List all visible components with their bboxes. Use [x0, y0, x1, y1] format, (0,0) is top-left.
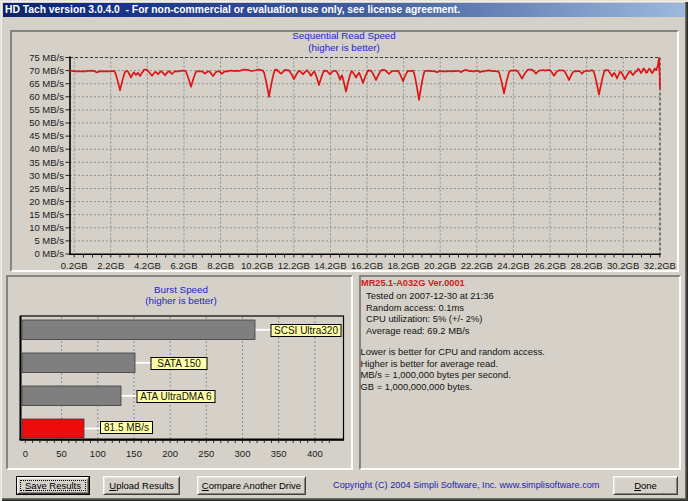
svg-text:16.2GB: 16.2GB	[351, 260, 383, 271]
svg-text:30.2GB: 30.2GB	[607, 260, 639, 271]
svg-text:8.2GB: 8.2GB	[207, 260, 234, 271]
svg-text:0.2GB: 0.2GB	[61, 260, 88, 271]
svg-text:75 MB/s: 75 MB/s	[29, 52, 64, 63]
svg-text:300: 300	[235, 448, 251, 459]
svg-text:100: 100	[90, 448, 106, 459]
svg-text:150: 150	[126, 448, 142, 459]
svg-text:65 MB/s: 65 MB/s	[29, 78, 64, 89]
svg-text:25 MB/s: 25 MB/s	[29, 183, 64, 194]
svg-text:26.2GB: 26.2GB	[534, 260, 566, 271]
svg-text:45 MB/s: 45 MB/s	[29, 130, 64, 141]
svg-text:28.2GB: 28.2GB	[570, 260, 602, 271]
svg-text:200: 200	[162, 448, 178, 459]
svg-text:15 MB/s: 15 MB/s	[29, 209, 64, 220]
svg-text:2.2GB: 2.2GB	[97, 260, 124, 271]
svg-text:ATA UltraDMA 6: ATA UltraDMA 6	[140, 391, 212, 402]
svg-text:60 MB/s: 60 MB/s	[29, 91, 64, 102]
svg-text:6.2GB: 6.2GB	[171, 260, 198, 271]
svg-text:81.5 MB/s: 81.5 MB/s	[104, 422, 149, 433]
svg-text:32.2GB: 32.2GB	[644, 260, 676, 271]
svg-text:(higher is better): (higher is better)	[308, 42, 379, 53]
svg-text:SATA 150: SATA 150	[157, 358, 201, 369]
svg-text:70 MB/s: 70 MB/s	[29, 65, 64, 76]
svg-text:SCSI Ultra320: SCSI Ultra320	[274, 325, 338, 336]
svg-text:50: 50	[56, 448, 67, 459]
svg-text:22.2GB: 22.2GB	[461, 260, 493, 271]
svg-text:250: 250	[198, 448, 214, 459]
svg-text:35 MB/s: 35 MB/s	[29, 157, 64, 168]
svg-text:(higher is better): (higher is better)	[145, 295, 216, 306]
svg-text:5 MB/s: 5 MB/s	[34, 235, 64, 246]
svg-text:24.2GB: 24.2GB	[497, 260, 529, 271]
svg-text:10.2GB: 10.2GB	[241, 260, 273, 271]
svg-text:30 MB/s: 30 MB/s	[29, 170, 64, 181]
svg-text:4.2GB: 4.2GB	[134, 260, 161, 271]
svg-text:12.2GB: 12.2GB	[278, 260, 310, 271]
svg-text:50 MB/s: 50 MB/s	[29, 117, 64, 128]
svg-text:Burst Speed: Burst Speed	[154, 284, 208, 295]
svg-text:350: 350	[271, 448, 287, 459]
svg-text:0: 0	[23, 448, 28, 459]
svg-text:40 MB/s: 40 MB/s	[29, 143, 64, 154]
svg-text:14.2GB: 14.2GB	[314, 260, 346, 271]
svg-text:Sequential Read Speed: Sequential Read Speed	[292, 30, 396, 41]
svg-text:55 MB/s: 55 MB/s	[29, 104, 64, 115]
svg-text:18.2GB: 18.2GB	[387, 260, 419, 271]
svg-text:20.2GB: 20.2GB	[424, 260, 456, 271]
svg-text:400: 400	[307, 448, 323, 459]
svg-text:20 MB/s: 20 MB/s	[29, 196, 64, 207]
svg-text:10 MB/s: 10 MB/s	[29, 222, 64, 233]
svg-text:0 MB/s: 0 MB/s	[34, 248, 64, 259]
